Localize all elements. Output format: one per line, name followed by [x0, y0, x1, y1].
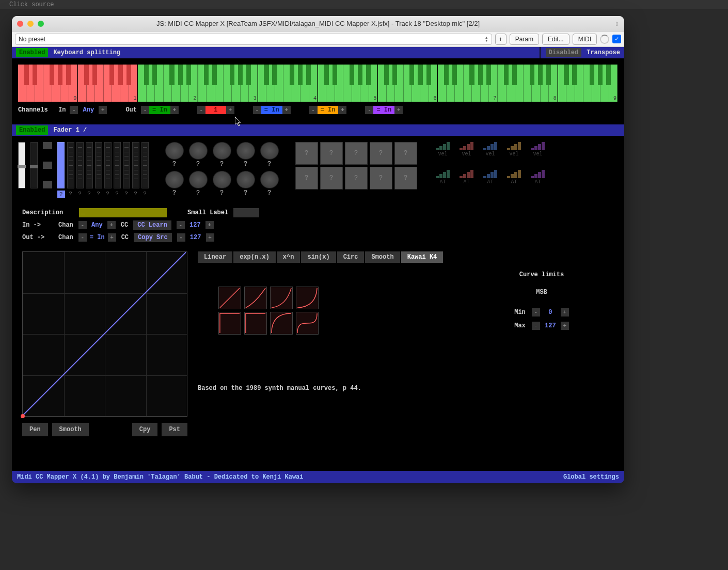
plus-button[interactable]: +: [282, 106, 291, 114]
pad[interactable]: ?: [295, 142, 318, 165]
curve-tab[interactable]: Smooth: [365, 251, 400, 263]
param-button[interactable]: Param: [510, 34, 539, 45]
curve-shape[interactable]: [218, 312, 241, 335]
curve-shape[interactable]: [270, 287, 293, 309]
in-cc-value[interactable]: 127: [185, 221, 205, 229]
knob[interactable]: ?: [188, 171, 209, 197]
velocity-cell[interactable]: AT: [528, 170, 548, 195]
main-slider[interactable]: [18, 142, 25, 188]
titlebar[interactable]: JS: MIDI CC Mapper X [ReaTeam JSFX/MIDI/…: [12, 16, 624, 31]
paste-button[interactable]: Pst: [162, 423, 187, 436]
velocity-cell[interactable]: Vel: [456, 142, 477, 167]
octave[interactable]: 0: [18, 65, 78, 102]
minus-button[interactable]: -: [141, 106, 149, 114]
velocity-cell[interactable]: AT: [456, 170, 477, 195]
fader-slider[interactable]: ?: [104, 142, 112, 198]
pen-button[interactable]: Pen: [22, 423, 48, 436]
min-value[interactable]: 0: [540, 308, 561, 316]
plus-button[interactable]: +: [561, 308, 569, 316]
pad[interactable]: ?: [295, 167, 318, 189]
plus-button[interactable]: +: [170, 106, 179, 114]
curve-shape[interactable]: [270, 312, 293, 335]
edit-button[interactable]: Edit...: [542, 34, 569, 45]
octave[interactable]: 3: [198, 65, 258, 102]
knob[interactable]: ?: [235, 171, 256, 197]
max-value[interactable]: 127: [540, 322, 561, 330]
plus-button[interactable]: +: [338, 106, 346, 114]
out4-value[interactable]: = In: [318, 106, 339, 114]
plus-button[interactable]: +: [226, 106, 234, 114]
add-preset-button[interactable]: +: [495, 34, 507, 45]
out1-value[interactable]: = In: [149, 106, 170, 114]
pin-icon[interactable]: ⇧: [615, 19, 619, 28]
curve-shape[interactable]: [296, 312, 319, 335]
octave[interactable]: 7: [438, 65, 498, 102]
knob[interactable]: ?: [259, 171, 280, 197]
minus-button[interactable]: -: [78, 221, 87, 229]
copy-button[interactable]: Cpy: [132, 423, 158, 436]
description-input[interactable]: _: [79, 208, 167, 217]
small-label-input[interactable]: [233, 208, 259, 217]
curve-tab[interactable]: exp(n.x): [233, 251, 276, 263]
knob[interactable]: ?: [164, 142, 185, 168]
in-channel-value[interactable]: Any: [78, 106, 99, 114]
curve-graph[interactable]: [22, 251, 187, 417]
octave[interactable]: 1: [78, 65, 138, 102]
knob[interactable]: ?: [212, 142, 232, 168]
cc-learn-button[interactable]: CC Learn: [133, 220, 171, 230]
curve-tab[interactable]: Circ: [337, 251, 365, 263]
minus-button[interactable]: -: [177, 221, 185, 229]
octave[interactable]: 9: [558, 65, 618, 102]
global-settings-button[interactable]: Global settings: [563, 473, 619, 481]
curve-tab[interactable]: Linear: [198, 251, 232, 263]
plus-button[interactable]: +: [99, 106, 107, 114]
out2-value[interactable]: 1: [205, 106, 226, 114]
fader-slider[interactable]: ?: [57, 142, 65, 198]
minus-button[interactable]: -: [365, 106, 373, 114]
velocity-cell[interactable]: Vel: [480, 142, 501, 167]
copy-src-button[interactable]: Copy Src: [134, 233, 172, 242]
minus-button[interactable]: -: [532, 322, 540, 330]
out-cc-value[interactable]: 127: [185, 233, 206, 242]
curve-shape[interactable]: [218, 287, 241, 309]
curve-shape[interactable]: [296, 287, 319, 309]
velocity-cell[interactable]: AT: [504, 170, 525, 195]
plus-button[interactable]: +: [561, 322, 569, 330]
velocity-cell[interactable]: AT: [480, 170, 501, 195]
knob[interactable]: ?: [188, 142, 209, 168]
fader-slider[interactable]: ?: [95, 142, 102, 198]
curve-point-icon[interactable]: [21, 414, 25, 418]
close-icon[interactable]: [17, 21, 23, 27]
octave[interactable]: 5: [318, 65, 378, 102]
kb-enabled-badge[interactable]: Enabled: [16, 48, 48, 57]
minus-button[interactable]: -: [309, 106, 318, 114]
transpose-disabled-badge[interactable]: Disabled: [546, 48, 582, 57]
fader-slider[interactable]: ?: [76, 142, 84, 198]
mod-slider[interactable]: [30, 142, 38, 188]
plus-button[interactable]: +: [205, 221, 214, 229]
knob[interactable]: ?: [164, 171, 185, 197]
pad[interactable]: ?: [394, 167, 417, 189]
knob[interactable]: ?: [212, 171, 232, 197]
octave[interactable]: 6: [378, 65, 438, 102]
curve-tab[interactable]: x^n: [277, 251, 300, 263]
plus-button[interactable]: +: [108, 233, 116, 242]
minus-button[interactable]: -: [253, 106, 261, 114]
pad[interactable]: ?: [394, 142, 417, 165]
minimize-icon[interactable]: [27, 21, 34, 27]
plus-button[interactable]: +: [107, 221, 116, 229]
curve-tab[interactable]: sin(x): [301, 251, 336, 263]
zoom-icon[interactable]: [38, 21, 44, 27]
pad[interactable]: ?: [320, 167, 343, 189]
fader-slider[interactable]: ?: [123, 142, 130, 198]
pad[interactable]: ?: [345, 167, 368, 189]
knob[interactable]: ?: [235, 142, 256, 168]
velocity-cell[interactable]: Vel: [433, 142, 453, 167]
knob[interactable]: ?: [259, 142, 280, 168]
out5-value[interactable]: = In: [373, 106, 394, 114]
minus-button[interactable]: -: [177, 233, 185, 242]
preset-select[interactable]: No preset ▲▼: [15, 34, 492, 45]
minus-button[interactable]: -: [70, 106, 78, 114]
velocity-cell[interactable]: Vel: [528, 142, 548, 167]
curve-shape[interactable]: [244, 287, 267, 309]
